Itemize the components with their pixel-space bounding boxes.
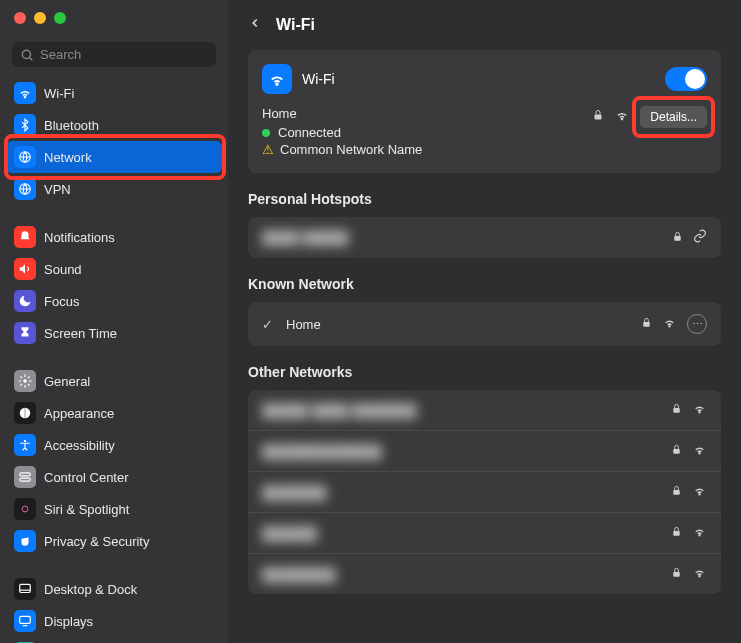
svg-point-19	[276, 84, 278, 86]
link-icon	[693, 229, 707, 246]
wifi-signal-icon	[692, 443, 707, 459]
wifi-panel: Wi-Fi Home Connected ⚠Common Network Nam…	[248, 50, 721, 173]
sidebar-item-label: General	[44, 374, 90, 389]
sidebar-item-control-center[interactable]: Control Center	[0, 461, 228, 493]
sidebar-item-label: Privacy & Security	[44, 534, 149, 549]
page-title: Wi-Fi	[276, 16, 315, 34]
lock-icon	[592, 108, 604, 126]
sidebar-item-notifications[interactable]: Notifications	[0, 221, 228, 253]
sidebar-item-appearance[interactable]: Appearance	[0, 397, 228, 429]
wifi-icon	[262, 64, 292, 94]
network-name: ████████	[262, 567, 336, 582]
gear-icon	[14, 370, 36, 392]
sidebar-item-label: Accessibility	[44, 438, 115, 453]
lock-icon	[671, 443, 682, 459]
network-item[interactable]: █████ ████ ███████	[248, 390, 721, 431]
sidebar-item-network[interactable]: Network	[6, 141, 222, 173]
lock-icon	[672, 230, 683, 246]
sidebar-item-label: VPN	[44, 182, 71, 197]
network-name: Home	[286, 317, 321, 332]
svg-point-32	[699, 535, 700, 536]
svg-rect-20	[595, 115, 602, 120]
sidebar-item-general[interactable]: General	[0, 365, 228, 397]
sidebar-item-label: Displays	[44, 614, 93, 629]
wifi-signal-icon	[692, 525, 707, 541]
svg-rect-23	[643, 322, 649, 327]
sidebar-item-siri-spotlight[interactable]: Siri & Spotlight	[0, 493, 228, 525]
svg-point-2	[24, 97, 25, 98]
network-item[interactable]: █████████████	[248, 431, 721, 472]
sidebar-item-label: Appearance	[44, 406, 114, 421]
sidebar-item-label: Notifications	[44, 230, 115, 245]
svg-rect-31	[673, 531, 679, 536]
search-icon	[20, 48, 34, 62]
sidebar-item-sound[interactable]: Sound	[0, 253, 228, 285]
network-name: ██████	[262, 526, 317, 541]
lock-icon	[671, 402, 682, 418]
svg-point-5	[23, 379, 27, 383]
network-item[interactable]: ██████	[248, 513, 721, 554]
details-button[interactable]: Details...	[640, 106, 707, 128]
wifi-signal-icon	[692, 402, 707, 418]
search-placeholder: Search	[40, 47, 81, 62]
sidebar-item-label: Network	[44, 150, 92, 165]
network-name: ███████	[262, 485, 326, 500]
svg-point-21	[622, 119, 623, 120]
wifi-toggle[interactable]	[665, 67, 707, 91]
svg-rect-33	[673, 572, 679, 577]
current-network-name: Home	[262, 106, 422, 121]
sidebar-item-label: Sound	[44, 262, 82, 277]
bell-icon	[14, 226, 36, 248]
sidebar-item-label: Bluetooth	[44, 118, 99, 133]
sidebar-item-desktop-dock[interactable]: Desktop & Dock	[0, 573, 228, 605]
moon-icon	[14, 290, 36, 312]
known-list: ✓Home⋯	[248, 302, 721, 346]
lock-icon	[671, 525, 682, 541]
svg-rect-8	[20, 473, 31, 476]
wifi-signal-icon	[614, 108, 630, 126]
back-button[interactable]	[248, 14, 262, 36]
sidebar-item-bluetooth[interactable]: Bluetooth	[0, 109, 228, 141]
svg-rect-12	[20, 584, 31, 592]
sidebar-item-accessibility[interactable]: Accessibility	[0, 429, 228, 461]
sidebar-item-screen-time[interactable]: Screen Time	[0, 317, 228, 349]
check-icon: ✓	[262, 317, 276, 332]
accessibility-icon	[14, 434, 36, 456]
network-name: █████ ████ ███████	[262, 403, 417, 418]
sidebar: Search Wi-FiBluetoothNetworkVPNNotificat…	[0, 0, 228, 643]
lock-icon	[671, 484, 682, 500]
other-title: Other Networks	[248, 364, 721, 380]
sidebar-item-wi-fi[interactable]: Wi-Fi	[0, 77, 228, 109]
more-button[interactable]: ⋯	[687, 314, 707, 334]
network-item[interactable]: ✓Home⋯	[248, 302, 721, 346]
svg-point-28	[699, 453, 700, 454]
svg-rect-25	[673, 408, 679, 413]
sidebar-item-label: Screen Time	[44, 326, 117, 341]
svg-line-1	[29, 57, 32, 60]
network-item[interactable]: ███████	[248, 472, 721, 513]
dock-icon	[14, 578, 36, 600]
sidebar-item-displays[interactable]: Displays	[0, 605, 228, 637]
sidebar-item-privacy-security[interactable]: Privacy & Security	[0, 525, 228, 557]
svg-point-26	[699, 412, 700, 413]
known-title: Known Network	[248, 276, 721, 292]
search-input[interactable]: Search	[12, 42, 216, 67]
siri-icon	[14, 498, 36, 520]
wifi-signal-icon	[662, 316, 677, 332]
sidebar-item-wallpaper[interactable]: Wallpaper	[0, 637, 228, 643]
close-window-button[interactable]	[14, 12, 26, 24]
sidebar-item-focus[interactable]: Focus	[0, 285, 228, 317]
wifi-signal-icon	[692, 566, 707, 582]
lock-icon	[641, 316, 652, 332]
warning-text: Common Network Name	[280, 142, 422, 157]
hand-icon	[14, 530, 36, 552]
network-item[interactable]: ████████	[248, 554, 721, 594]
network-item[interactable]: ████ █████	[248, 217, 721, 258]
minimize-window-button[interactable]	[34, 12, 46, 24]
maximize-window-button[interactable]	[54, 12, 66, 24]
current-network-row: Home Connected ⚠Common Network Name Deta…	[262, 106, 707, 159]
appearance-icon	[14, 402, 36, 424]
network-name: ████ █████	[262, 230, 349, 245]
sidebar-item-label: Focus	[44, 294, 79, 309]
sidebar-item-vpn[interactable]: VPN	[0, 173, 228, 205]
